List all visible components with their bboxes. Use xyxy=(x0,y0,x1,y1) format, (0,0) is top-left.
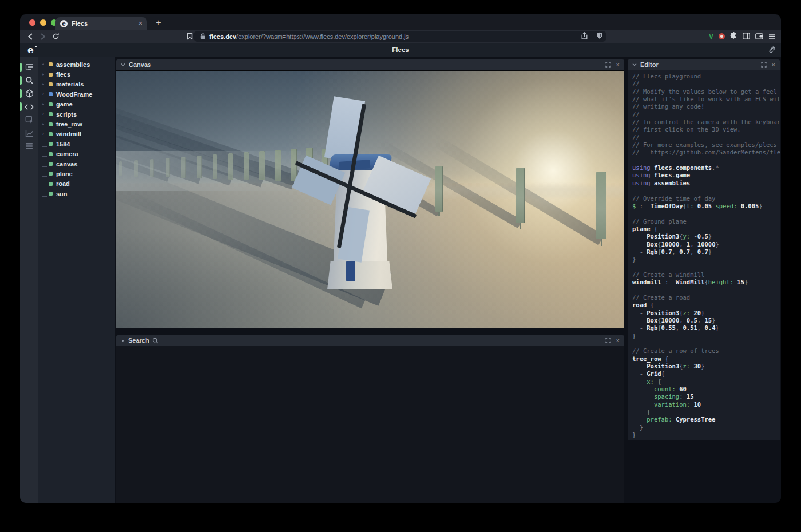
back-icon[interactable] xyxy=(25,31,36,42)
minimize-button[interactable] xyxy=(40,19,46,26)
tree-item-tree_row[interactable]: ›tree_row xyxy=(38,119,115,129)
tree-item-sun[interactable]: sun xyxy=(38,189,115,198)
entity-kind-icon xyxy=(49,92,53,96)
extension-record-icon[interactable] xyxy=(719,33,725,39)
entity-kind-icon xyxy=(49,112,53,116)
code-line xyxy=(632,210,780,217)
extension-v-icon[interactable]: V xyxy=(709,33,713,41)
windmill xyxy=(116,71,624,328)
divider xyxy=(592,33,592,40)
tab-close-icon[interactable]: × xyxy=(138,19,142,27)
expander-icon[interactable]: › xyxy=(42,82,49,87)
code-line: x: { xyxy=(632,378,780,386)
window-controls xyxy=(29,19,57,26)
tab-bar: e Flecs × + xyxy=(20,14,781,30)
canvas-3d-view[interactable] xyxy=(116,70,624,328)
expander-icon[interactable]: › xyxy=(42,122,49,127)
expand-icon[interactable] xyxy=(605,338,611,343)
entity-kind-icon xyxy=(49,172,53,176)
code-line: // xyxy=(632,111,780,118)
entity-tree-panel: ›assemblies›flecs›materials›WoodFrame›ga… xyxy=(38,57,115,503)
tool-search[interactable] xyxy=(20,74,38,87)
tree-item-road[interactable]: road xyxy=(38,179,115,189)
code-line: - Rgb{0.55, 0.51, 0.4} xyxy=(632,324,780,332)
expander-icon[interactable]: › xyxy=(42,92,49,97)
tree-item-materials[interactable]: ›materials xyxy=(38,80,115,89)
code-line: } xyxy=(632,408,780,416)
expander-icon[interactable]: › xyxy=(42,62,49,67)
tool-stats[interactable] xyxy=(20,126,38,140)
tree-item-label: windmill xyxy=(56,130,81,137)
expander-icon[interactable]: › xyxy=(42,72,49,77)
wallet-icon[interactable] xyxy=(755,31,763,42)
code-editor[interactable]: // Flecs playground//// Modify the value… xyxy=(628,70,780,440)
tree-item-label: sun xyxy=(56,190,68,197)
active-indicator xyxy=(20,102,22,111)
tree-item-game[interactable]: ›game xyxy=(38,100,115,109)
close-icon[interactable]: × xyxy=(772,61,775,68)
tree-item-canvas[interactable]: canvas xyxy=(38,159,115,169)
app-header: e Flecs xyxy=(20,43,781,57)
code-line xyxy=(632,157,780,164)
tree-item-WoodFrame[interactable]: ›WoodFrame xyxy=(38,89,115,99)
tree-item-plane[interactable]: plane xyxy=(38,169,115,178)
code-line xyxy=(632,287,780,294)
code-line xyxy=(632,340,780,347)
entity-kind-icon xyxy=(49,82,53,86)
forward-icon[interactable] xyxy=(37,31,49,42)
close-icon[interactable]: × xyxy=(616,61,620,68)
lock-icon xyxy=(200,31,205,42)
entity-kind-icon xyxy=(49,132,53,136)
tool-inspector[interactable] xyxy=(20,113,38,126)
entity-kind-icon xyxy=(49,62,53,66)
chevron-down-icon[interactable] xyxy=(121,63,125,66)
code-line: - Grid{ xyxy=(632,370,780,378)
code-line: } xyxy=(632,431,780,439)
code-line: // Ground plane xyxy=(632,218,780,225)
tree-item-scripts[interactable]: ›scripts xyxy=(38,109,115,119)
search-results-area xyxy=(116,346,624,503)
expand-icon[interactable] xyxy=(605,62,611,68)
menu-icon[interactable] xyxy=(768,31,775,42)
expander-icon[interactable]: › xyxy=(42,132,49,137)
tool-tables[interactable] xyxy=(20,140,38,153)
code-line: using assemblies xyxy=(632,180,780,187)
tool-entity-tree[interactable] xyxy=(20,61,38,74)
code-line: } xyxy=(632,424,780,431)
entity-kind-icon xyxy=(49,142,53,146)
expand-icon[interactable] xyxy=(761,62,767,68)
sidebar-toggle-icon[interactable] xyxy=(743,31,750,42)
browser-tab[interactable]: e Flecs × xyxy=(55,17,147,30)
close-button[interactable] xyxy=(29,19,35,26)
tree-item-windmill[interactable]: ›windmill xyxy=(38,129,115,139)
code-line: // xyxy=(632,134,780,141)
expander-icon[interactable]: › xyxy=(42,102,49,107)
tree-item-label: plane xyxy=(56,170,73,177)
code-line: } xyxy=(632,256,780,263)
code-line: tree_row { xyxy=(632,355,780,363)
new-tab-button[interactable]: + xyxy=(153,17,164,29)
tree-item-camera[interactable]: camera xyxy=(38,149,115,159)
tree-item-1584[interactable]: 1584 xyxy=(38,139,115,149)
extensions-puzzle-icon[interactable] xyxy=(730,31,737,42)
tree-item-label: scripts xyxy=(56,111,77,118)
windmill-door xyxy=(346,261,355,281)
reload-icon[interactable] xyxy=(50,31,61,42)
tool-editor[interactable] xyxy=(20,100,38,113)
tree-item-label: WoodFrame xyxy=(56,91,92,98)
bullet-icon[interactable] xyxy=(122,340,124,342)
url-bar[interactable]: flecs.dev /explorer/?wasm=https://www.fl… xyxy=(193,31,606,42)
close-icon[interactable]: × xyxy=(616,337,620,344)
tree-item-flecs[interactable]: ›flecs xyxy=(38,69,115,79)
brave-shield-icon[interactable] xyxy=(596,31,603,42)
tool-canvas[interactable] xyxy=(20,87,38,100)
url-host: flecs.dev xyxy=(209,33,236,40)
code-line: - Position3{z: 30} xyxy=(632,363,780,370)
share-icon[interactable] xyxy=(581,31,588,42)
tree-item-assemblies[interactable]: ›assemblies xyxy=(38,59,115,69)
share-link-icon[interactable] xyxy=(767,46,775,56)
code-line: } xyxy=(632,332,780,340)
expander-icon[interactable]: › xyxy=(42,112,49,117)
code-line: // Flecs playground xyxy=(632,73,780,80)
chevron-down-icon[interactable] xyxy=(632,63,637,66)
